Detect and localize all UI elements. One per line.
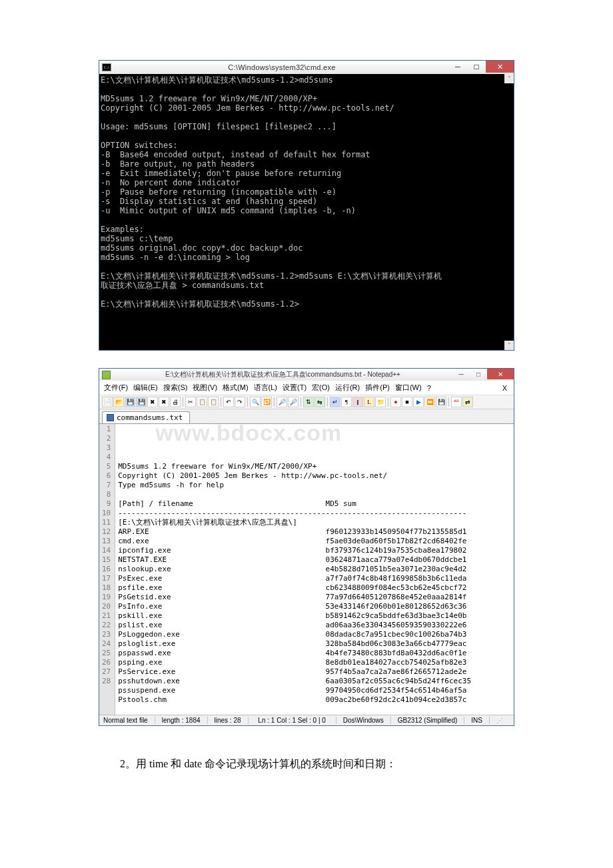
status-encoding: GB2312 (Simplified) [391, 717, 464, 724]
replace-icon[interactable]: 🔁 [261, 397, 272, 407]
watermark-text: www.bdocx.com [155, 428, 342, 437]
maximize-button[interactable]: □ [470, 369, 487, 379]
scroll-up-icon[interactable]: ˄ [504, 74, 514, 83]
user-lang-icon[interactable]: L [364, 397, 374, 407]
play-multi-icon[interactable]: ⏩ [424, 397, 435, 407]
sync-h-icon[interactable]: ⇆ [314, 397, 325, 407]
status-position: Ln : 1 Col : 1 Sel : 0 | 0 [249, 717, 336, 724]
cmd-output[interactable]: E:\文档\计算机相关\计算机取证技术\md5sums-1.2>md5sums … [99, 74, 514, 350]
cmd-window: C:\ C:\Windows\system32\cmd.exe ─ □ ✕ E:… [99, 60, 514, 351]
play-icon[interactable]: ▶ [413, 397, 424, 407]
npp-menubar: 文件(F)编辑(E)搜索(S)视图(V)格式(M)语言(L)设置(T)宏(O)运… [99, 381, 514, 395]
save-icon[interactable]: 💾 [125, 397, 135, 407]
undo-icon[interactable]: ↶ [223, 397, 234, 407]
wordwrap-icon[interactable]: ↵ [330, 397, 340, 407]
sync-v-icon[interactable]: ⇅ [303, 397, 314, 407]
npp-titlebar[interactable]: E:\文档\计算机相关\计算机取证技术\应急工具盘\commandsums.tx… [99, 369, 514, 381]
menu-item[interactable]: 语言(L) [252, 382, 279, 393]
paste-icon[interactable]: 📋 [208, 397, 219, 407]
menu-item[interactable]: 视图(V) [191, 382, 219, 393]
close-all-icon[interactable]: ✖ [159, 397, 169, 407]
npp-tabbar: commandsums.txt [99, 409, 514, 423]
cut-icon[interactable]: ✂ [185, 397, 196, 407]
npp-title-text: E:\文档\计算机相关\计算机取证技术\应急工具盘\commandsums.tx… [113, 370, 452, 379]
menu-item[interactable]: 插件(P) [363, 382, 392, 393]
close-button[interactable]: ✕ [487, 369, 514, 379]
menu-item[interactable]: 设置(T) [281, 382, 308, 393]
notepadpp-window: E:\文档\计算机相关\计算机取证技术\应急工具盘\commandsums.tx… [99, 368, 514, 726]
menu-item[interactable]: 宏(O) [310, 382, 332, 393]
find-icon[interactable]: 🔍 [250, 397, 261, 407]
menu-item[interactable]: 编辑(E) [131, 382, 160, 393]
close-button[interactable]: ✕ [486, 61, 514, 73]
document-paragraph: 2。用 time 和 date 命令记录现场计算机的系统时间和日期： [99, 755, 514, 773]
npp-statusbar: Normal text file length : 1884 lines : 2… [99, 715, 514, 725]
open-file-icon[interactable]: 📂 [113, 397, 124, 407]
menu-item[interactable]: 格式(M) [221, 382, 251, 393]
cmd-title-text: C:\Windows\system32\cmd.exe [115, 63, 448, 71]
menu-item[interactable]: 搜索(S) [161, 382, 190, 393]
save-macro-icon[interactable]: 💾 [436, 397, 446, 407]
npp-editor[interactable]: 1234567891011121314151617181920212223242… [99, 423, 514, 715]
file-saved-icon [107, 414, 114, 421]
compare-icon[interactable]: ⇄ [462, 397, 473, 407]
tab-close-button[interactable]: X [498, 384, 511, 392]
line-number-gutter: 1234567891011121314151617181920212223242… [99, 424, 115, 715]
redo-icon[interactable]: ↷ [235, 397, 245, 407]
stop-icon[interactable]: ■ [402, 397, 412, 407]
menu-item[interactable]: 窗口(W) [393, 382, 424, 393]
scroll-down-icon[interactable]: ˅ [504, 341, 514, 350]
status-length: length : 1884 [155, 717, 208, 724]
status-mode: INS [464, 717, 490, 724]
editor-content[interactable]: www.bdocx.com MD5sums 1.2 freeware for W… [115, 424, 514, 715]
zoom-in-icon[interactable]: 🔎 [277, 397, 287, 407]
resize-grip-icon[interactable]: ⋰ [490, 717, 510, 724]
notepadpp-icon [102, 371, 111, 379]
zoom-out-icon[interactable]: 🔎 [288, 397, 299, 407]
minimize-button[interactable]: ─ [448, 61, 467, 73]
spellcheck-icon[interactable]: ᴬᴮ [451, 397, 462, 407]
record-icon[interactable]: ● [390, 397, 401, 407]
status-eol: Dos\Windows [336, 717, 391, 724]
save-all-icon[interactable]: 💾 [136, 397, 147, 407]
menu-item[interactable]: 运行(R) [333, 382, 362, 393]
status-lines: lines : 28 [208, 717, 249, 724]
close-file-icon[interactable]: ✖ [147, 397, 158, 407]
indent-guide-icon[interactable]: ⫿ [352, 397, 363, 407]
status-filetype: Normal text file [103, 717, 155, 724]
tab-label: commandsums.txt [117, 413, 183, 422]
cmd-titlebar[interactable]: C:\ C:\Windows\system32\cmd.exe ─ □ ✕ [99, 61, 514, 74]
npp-toolbar: 📄 📂 💾 💾 ✖ ✖ 🖨 ✂ 📋 📋 ↶ ↷ 🔍 🔁 🔎 🔎 ⇅ ⇆ ↵ [99, 395, 514, 409]
cmd-icon: C:\ [102, 63, 111, 71]
tab-commandsums[interactable]: commandsums.txt [102, 411, 190, 423]
show-all-icon[interactable]: ¶ [341, 397, 352, 407]
menu-item[interactable]: ? [425, 383, 433, 393]
minimize-button[interactable]: ─ [452, 369, 470, 379]
maximize-button[interactable]: □ [467, 61, 486, 73]
print-icon[interactable]: 🖨 [170, 397, 181, 407]
folder-view-icon[interactable]: 📁 [375, 397, 386, 407]
copy-icon[interactable]: 📋 [197, 397, 207, 407]
menu-item[interactable]: 文件(F) [102, 382, 130, 393]
new-file-icon[interactable]: 📄 [102, 397, 113, 407]
